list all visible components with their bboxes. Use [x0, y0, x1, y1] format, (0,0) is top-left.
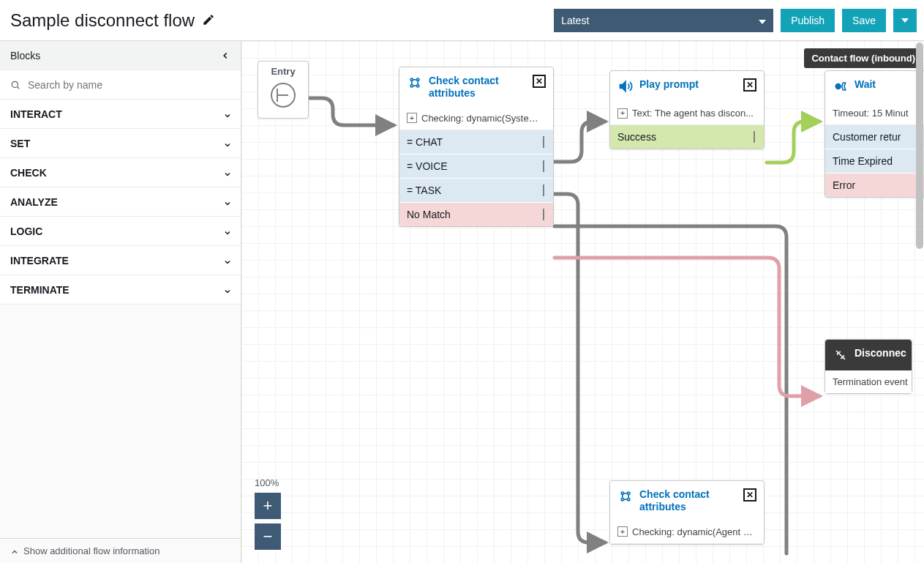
- entry-label: Entry: [271, 66, 295, 77]
- edit-title-icon[interactable]: [202, 10, 215, 31]
- disconnect-node[interactable]: Disconnec Termination event: [825, 339, 912, 394]
- node-subtitle: Text: The agent has discon...: [632, 108, 754, 119]
- branch-task[interactable]: = TASK: [399, 179, 553, 203]
- branch-time-expired[interactable]: Time Expired: [825, 149, 924, 174]
- branch-error[interactable]: Error: [825, 174, 924, 197]
- output-port[interactable]: [541, 136, 546, 148]
- zoom-in-button[interactable]: +: [255, 493, 281, 519]
- save-label: Save: [852, 15, 876, 26]
- chevron-down-icon: [223, 286, 230, 294]
- branch-label: = CHAT: [407, 136, 443, 148]
- search-icon: [10, 80, 20, 90]
- node-title: Play prompt: [639, 78, 737, 91]
- category-set[interactable]: SET: [0, 129, 241, 158]
- branch-success[interactable]: Success: [610, 125, 764, 149]
- version-label: Latest: [561, 15, 589, 26]
- vertical-scrollbar[interactable]: [916, 42, 923, 249]
- close-node-icon[interactable]: ✕: [743, 78, 756, 92]
- output-port[interactable]: [541, 160, 546, 172]
- chevron-down-icon: [223, 111, 230, 118]
- close-node-icon[interactable]: ✕: [743, 488, 756, 502]
- node-subtitle-row: Termination event: [825, 370, 912, 393]
- sidebar-title: Blocks: [10, 50, 40, 61]
- category-terminate[interactable]: TERMINATE: [0, 275, 241, 305]
- svg-point-13: [628, 492, 630, 494]
- node-subtitle-row[interactable]: + Text: The agent has discon...: [610, 102, 764, 125]
- svg-point-11: [835, 84, 841, 89]
- category-label: TERMINATE: [10, 284, 70, 296]
- close-node-icon[interactable]: ✕: [533, 75, 546, 88]
- node-title: Wait: [854, 78, 919, 91]
- blocks-sidebar: Blocks INTERACT SET CHECK: [0, 41, 241, 563]
- svg-point-2: [410, 78, 413, 81]
- version-dropdown[interactable]: Latest: [554, 9, 773, 32]
- svg-point-5: [417, 85, 419, 87]
- flow-type-badge: Contact flow (inbound): [804, 48, 923, 68]
- search-input[interactable]: [26, 78, 230, 92]
- svg-point-15: [628, 499, 630, 501]
- node-title: Disconnec: [854, 347, 906, 359]
- node-header[interactable]: Disconnec: [825, 340, 912, 370]
- category-label: LOGIC: [10, 225, 42, 237]
- node-header[interactable]: Play prompt ✕: [610, 71, 764, 102]
- category-integrate[interactable]: INTEGRATE: [0, 246, 241, 275]
- chevron-down-icon: [223, 169, 230, 176]
- play-prompt-node[interactable]: Play prompt ✕ + Text: The agent has disc…: [609, 70, 765, 149]
- node-header[interactable]: Check contact attributes ✕: [399, 67, 553, 107]
- chevron-down-icon: [223, 257, 230, 264]
- node-subtitle-row[interactable]: Timeout: 15 Minut: [825, 102, 924, 125]
- show-additional-info[interactable]: Show additional flow information: [0, 538, 241, 563]
- attributes-icon: [407, 75, 423, 91]
- zoom-out-button[interactable]: −: [255, 523, 281, 550]
- caret-down-icon: [901, 18, 909, 23]
- attributes-icon: [617, 488, 634, 504]
- svg-point-3: [417, 78, 419, 81]
- check-contact-attributes-node-2[interactable]: Check contact attributes ✕ + Checking: d…: [609, 480, 765, 545]
- flow-canvas[interactable]: Contact flow (inbound): [241, 41, 924, 563]
- node-header[interactable]: Check contact attributes ✕: [610, 481, 764, 521]
- sidebar-header: Blocks: [0, 41, 241, 70]
- page-title: Sample disconnect flow: [7, 10, 215, 31]
- disconnect-icon: [833, 347, 849, 363]
- branch-chat[interactable]: = CHAT: [399, 130, 553, 154]
- search-row: [0, 70, 241, 100]
- category-logic[interactable]: LOGIC: [0, 217, 241, 246]
- category-label: ANALYZE: [10, 196, 58, 208]
- wait-node[interactable]: Wait Timeout: 15 Minut Customer retur Ti…: [825, 70, 924, 198]
- wait-icon: [833, 78, 849, 94]
- branch-label: Success: [617, 131, 656, 143]
- branch-customer-return[interactable]: Customer retur: [825, 125, 924, 149]
- expand-icon[interactable]: +: [617, 108, 628, 119]
- entry-node[interactable]: Entry: [258, 61, 309, 119]
- entry-port-icon[interactable]: [271, 83, 296, 108]
- svg-line-1: [18, 86, 20, 89]
- branch-label: = TASK: [407, 184, 441, 196]
- canvas-grid: [241, 41, 924, 563]
- chevron-down-icon: [223, 198, 230, 206]
- zoom-level: 100%: [255, 477, 279, 488]
- node-subtitle: Checking: dynamic(System ...: [421, 113, 546, 124]
- footer-label: Show additional flow information: [23, 545, 159, 556]
- collapse-sidebar-icon[interactable]: [220, 51, 230, 61]
- save-button[interactable]: Save: [842, 9, 886, 32]
- caret-down-icon: [759, 20, 766, 24]
- publish-button[interactable]: Publish: [781, 9, 835, 32]
- category-check[interactable]: CHECK: [0, 158, 241, 187]
- output-port[interactable]: [752, 131, 756, 143]
- expand-icon[interactable]: +: [617, 526, 628, 537]
- expand-icon[interactable]: +: [407, 113, 417, 123]
- node-title: Check contact attributes: [639, 488, 737, 513]
- category-analyze[interactable]: ANALYZE: [0, 187, 241, 217]
- branch-voice[interactable]: = VOICE: [399, 154, 553, 179]
- node-subtitle-row[interactable]: + Checking: dynamic(System ...: [399, 107, 553, 130]
- publish-label: Publish: [791, 15, 825, 26]
- output-port[interactable]: [541, 184, 546, 196]
- node-header[interactable]: Wait: [825, 71, 924, 102]
- save-dropdown-button[interactable]: [893, 9, 917, 32]
- node-subtitle-row[interactable]: + Checking: dynamic(Agent >...: [610, 521, 764, 544]
- branch-nomatch[interactable]: No Match: [399, 203, 553, 226]
- category-interact[interactable]: INTERACT: [0, 100, 241, 129]
- output-port[interactable]: [541, 209, 546, 220]
- chevron-down-icon: [223, 140, 230, 147]
- check-contact-attributes-node[interactable]: Check contact attributes ✕ + Checking: d…: [399, 67, 554, 227]
